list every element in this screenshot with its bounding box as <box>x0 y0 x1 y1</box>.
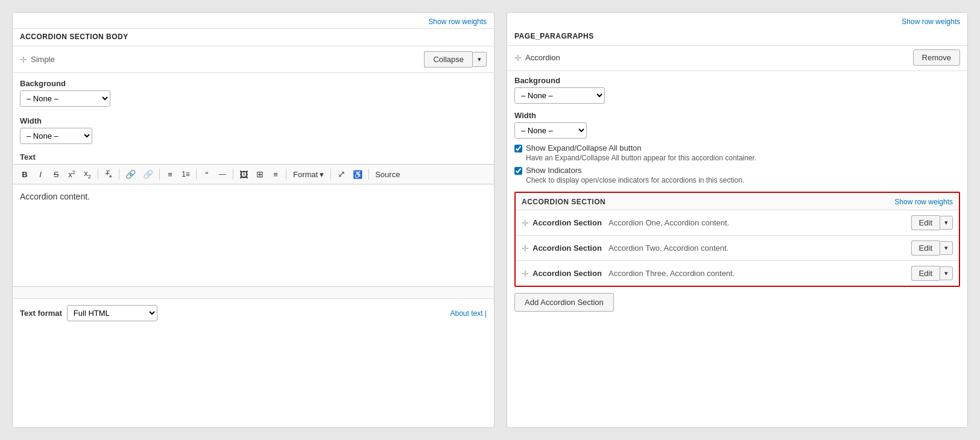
toolbar-separator-5 <box>233 169 233 180</box>
right-background-label: Background <box>514 76 960 85</box>
accordion-row-3: ✛ Accordion Section Accordion Three, Acc… <box>516 260 959 286</box>
background-field-group: Background – None – <box>13 73 494 110</box>
editor-toolbar: B I S x2 x2 Tx 🔗 🔗 ≡ 1≡ “ — 🖼 ⊞ ≡ Format… <box>13 164 494 184</box>
accordion-section-title: ACCORDION SECTION <box>522 198 605 206</box>
accordion-section-box: ACCORDION SECTION Show row weights ✛ Acc… <box>514 192 960 287</box>
text-label: Text <box>13 148 494 164</box>
blockquote-button[interactable]: “ <box>200 168 214 181</box>
accordion-row-2-buttons: Edit ▾ <box>911 240 953 256</box>
source-label: Source <box>375 170 400 179</box>
left-panel: Show row weights ACCORDION SECTION BODY … <box>12 12 495 428</box>
strikethrough-button[interactable]: S <box>49 168 63 181</box>
accordion-row-1-left: ✛ Accordion Section Accordion One, Accor… <box>522 218 729 228</box>
right-background-select[interactable]: – None – <box>514 87 605 104</box>
toolbar-separator-4 <box>196 169 197 180</box>
right-width-select[interactable]: – None – <box>514 122 587 139</box>
accordion-row-2-content: Accordion Two, Accordion content. <box>609 244 729 253</box>
edit-button-2[interactable]: Edit <box>911 240 940 256</box>
simple-label-group: ✛ Simple <box>20 55 55 64</box>
accordion-row-3-buttons: Edit ▾ <box>911 266 953 281</box>
accordion-row-1: ✛ Accordion Section Accordion One, Accor… <box>516 210 959 235</box>
width-label: Width <box>20 116 487 125</box>
accordion-row-3-content: Accordion Three, Accordion content. <box>609 269 735 278</box>
bold-button[interactable]: B <box>17 168 32 181</box>
source-button[interactable]: Source <box>372 168 403 181</box>
format-dropdown[interactable]: Format ▾ <box>289 168 327 181</box>
link-button[interactable]: 🔗 <box>122 168 139 181</box>
right-width-field-group: Width – None – <box>507 106 967 141</box>
show-expand-checkbox-row: Show Expand/Collapse All button Have an … <box>507 141 967 163</box>
accordion-row-3-left: ✛ Accordion Section Accordion Three, Acc… <box>522 269 735 278</box>
format-arrow-icon: ▾ <box>320 170 324 179</box>
collapse-button[interactable]: Collapse <box>424 51 472 68</box>
align-button[interactable]: ≡ <box>268 168 283 181</box>
italic-button[interactable]: I <box>33 168 48 181</box>
editor-content-area[interactable]: Accordion content. <box>13 184 494 287</box>
right-width-label: Width <box>514 111 960 120</box>
about-text-link[interactable]: About text | <box>450 309 487 318</box>
table-button[interactable]: ⊞ <box>253 168 267 181</box>
superscript-button[interactable]: x2 <box>65 168 79 181</box>
drag-handle-right-icon: ✛ <box>514 53 522 63</box>
accordion-show-weights-link[interactable]: Show row weights <box>894 198 953 206</box>
editor-bottom-bar <box>13 287 494 299</box>
accordion-row-2: ✛ Accordion Section Accordion Two, Accor… <box>516 235 959 260</box>
collapse-arrow-button[interactable]: ▾ <box>472 52 487 67</box>
subscript-button[interactable]: x2 <box>80 167 95 181</box>
background-select[interactable]: – None – <box>20 90 110 107</box>
text-format-group: Text format Full HTML <box>20 305 157 321</box>
ordered-list-button[interactable]: 1≡ <box>179 168 193 180</box>
left-section-header: ACCORDION SECTION BODY <box>13 29 494 46</box>
accordion-row-2-left: ✛ Accordion Section Accordion Two, Accor… <box>522 244 729 253</box>
accordion-section-header-row: ACCORDION SECTION Show row weights <box>516 193 959 210</box>
show-indicators-label: Show Indicators <box>526 166 744 175</box>
unordered-list-button[interactable]: ≡ <box>163 168 177 181</box>
show-indicators-checkbox[interactable] <box>514 167 522 175</box>
accordion-label-left: ✛ Accordion <box>514 53 560 63</box>
drag-handle-acc-3-icon: ✛ <box>522 269 529 278</box>
accessibility-button[interactable]: ♿ <box>350 168 365 181</box>
edit-arrow-button-1[interactable]: ▾ <box>940 216 953 230</box>
toolbar-separator-2 <box>119 169 119 180</box>
text-format-select[interactable]: Full HTML <box>67 305 157 321</box>
accordion-row-2-name: Accordion Section <box>533 244 605 253</box>
width-select[interactable]: – None – <box>20 128 92 144</box>
show-expand-label-group: Show Expand/Collapse All button Have an … <box>526 143 756 162</box>
unlink-button[interactable]: 🔗 <box>140 168 156 181</box>
edit-arrow-button-3[interactable]: ▾ <box>940 266 953 280</box>
editor-text: Accordion content. <box>20 192 90 201</box>
accordion-row-1-content: Accordion One, Accordion content. <box>609 218 729 227</box>
right-background-field-group: Background – None – <box>507 71 967 106</box>
text-format-row: Text format Full HTML About text | <box>13 299 494 327</box>
accordion-row-1-buttons: Edit ▾ <box>911 215 953 230</box>
show-expand-checkbox[interactable] <box>514 145 522 152</box>
remove-button[interactable]: Remove <box>913 49 960 66</box>
simple-label-text: Simple <box>31 55 55 64</box>
text-format-label: Text format <box>20 309 62 318</box>
edit-button-3[interactable]: Edit <box>911 266 940 281</box>
hr-button[interactable]: — <box>215 168 230 180</box>
edit-arrow-button-2[interactable]: ▾ <box>940 241 953 255</box>
format-label: Format <box>293 170 318 179</box>
drag-handle-acc-1-icon: ✛ <box>522 218 529 228</box>
show-expand-desc: Have an Expand/Collapse All button appea… <box>526 154 756 162</box>
show-expand-label: Show Expand/Collapse All button <box>526 143 756 152</box>
remove-format-button[interactable]: Tx <box>101 168 116 180</box>
show-row-weights-link-left[interactable]: Show row weights <box>13 13 494 28</box>
image-button[interactable]: 🖼 <box>236 168 251 181</box>
accordion-row-1-name: Accordion Section <box>533 218 605 227</box>
maximize-button[interactable]: ⤢ <box>334 167 349 181</box>
add-accordion-button[interactable]: Add Accordion Section <box>514 293 614 312</box>
toolbar-separator-8 <box>368 169 369 180</box>
edit-button-1[interactable]: Edit <box>911 215 940 230</box>
simple-row: ✛ Simple Collapse ▾ <box>13 46 494 73</box>
background-label: Background <box>20 79 487 88</box>
show-indicators-label-group: Show Indicators Check to display open/cl… <box>526 166 744 184</box>
right-section-header: PAGE_PARAGRAPHS <box>507 28 967 45</box>
width-field-group: Width – None – <box>13 110 494 148</box>
show-indicators-desc: Check to display open/close indicators f… <box>526 176 744 184</box>
collapse-btn-group: Collapse ▾ <box>424 51 487 68</box>
show-row-weights-link-right[interactable]: Show row weights <box>507 13 967 28</box>
show-indicators-checkbox-row: Show Indicators Check to display open/cl… <box>507 163 967 186</box>
accordion-row-3-name: Accordion Section <box>533 269 605 278</box>
